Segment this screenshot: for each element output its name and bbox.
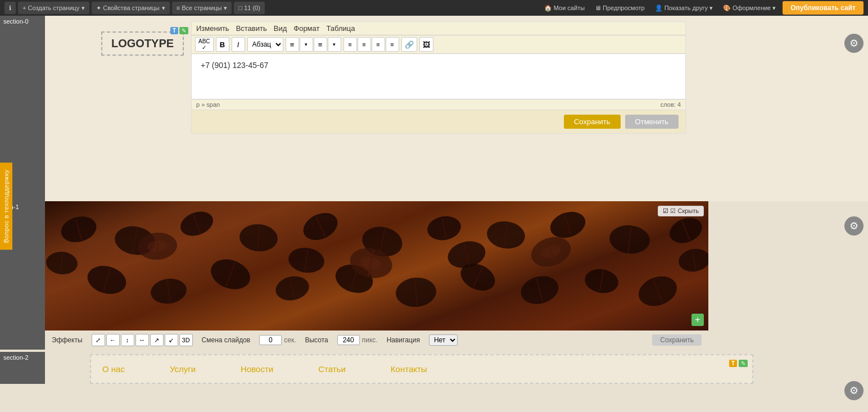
slider-controls: Эффекты ⤢ ← ↕ ↔ ↗ ↙ 3D Смена слайдов сек… — [45, 330, 708, 350]
pages-count-label: □ 11 (0) — [238, 4, 260, 11]
effects-label: Эффекты — [52, 336, 83, 344]
nav-link-articles[interactable]: Статьи — [318, 364, 346, 374]
editor-menu-insert[interactable]: Вставить — [236, 24, 267, 33]
unordered-list-chevron[interactable]: ▾ — [300, 37, 313, 52]
image-insert-button[interactable]: 🖼 — [419, 37, 433, 52]
design-button[interactable]: 🎨 Оформление ▾ — [720, 3, 779, 13]
pages-count-button[interactable]: □ 11 (0) — [234, 2, 264, 14]
logotype-edit-badge[interactable]: ✎ — [179, 27, 188, 34]
nav-link-contacts[interactable]: Контакты — [391, 364, 427, 374]
section2-gear-button[interactable]: ⚙ — [844, 381, 864, 400]
support-sidebar[interactable]: Вопрос в техподдержку — [0, 162, 12, 250]
bold-icon: B — [220, 40, 225, 49]
nav-link-services[interactable]: Услуги — [170, 364, 196, 374]
slide-change-unit: сек. — [284, 336, 296, 344]
editor-content[interactable]: +7 (901) 123-45-67 — [192, 54, 685, 99]
editor-toolbar: ABC✓ B I Абзац ≡ ▾ ≡ ▾ ≡ — [192, 35, 685, 54]
my-sites-button[interactable]: 🏠 Мои сайты — [541, 3, 588, 13]
bold-button[interactable]: B — [216, 37, 229, 52]
info-button[interactable]: ℹ — [4, 2, 16, 14]
ordered-list-chevron[interactable]: ▾ — [328, 37, 341, 52]
editor-menu-table[interactable]: Таблица — [326, 24, 355, 33]
align-left-button[interactable]: ≡ — [343, 37, 357, 52]
image-container: ☑ ☑ Скрыть + Эффекты ⤢ ← ↕ ↔ ↗ ↙ 3 — [45, 201, 708, 350]
navigation-select[interactable]: Нет — [429, 334, 458, 346]
right-nav-group: 🏠 Мои сайты 🖥 Предпросмотр 👤 Показать др… — [541, 1, 864, 15]
link-button[interactable]: 🔗 — [401, 37, 417, 52]
design-label: Оформление — [733, 4, 771, 11]
effect-btn-move[interactable]: ⤢ — [92, 334, 105, 346]
paragraph-select[interactable]: Абзац — [247, 37, 283, 52]
logotype-text: LOGOTYPE — [111, 37, 174, 49]
hide-label: ☑ Скрыть — [670, 207, 699, 215]
italic-button[interactable]: I — [232, 37, 245, 52]
section0-gear-button[interactable]: ⚙ — [844, 34, 864, 53]
spell-check-button[interactable]: ABC✓ — [195, 37, 214, 52]
align-center-button[interactable]: ≡ — [358, 37, 371, 52]
nav-link-news[interactable]: Новости — [241, 364, 273, 374]
publish-button[interactable]: Опубликовать сайт — [783, 1, 864, 15]
section2-edit-badge[interactable]: ✎ — [739, 360, 748, 367]
unordered-list-button[interactable]: ≡ — [286, 37, 299, 52]
show-other-button[interactable]: 👤 Показать другу ▾ — [652, 3, 716, 13]
section2-t-badge: T — [729, 360, 737, 367]
hide-button[interactable]: ☑ ☑ Скрыть — [658, 206, 704, 216]
align-buttons: ≡ ≡ ≡ ≡ — [343, 37, 399, 52]
logotype-block[interactable]: LOGOTYPE T ✎ — [101, 31, 184, 56]
navigation-label: Навигация — [387, 336, 420, 344]
create-page-button[interactable]: + Создать страницу ▾ — [18, 2, 89, 14]
home-icon: 🏠 — [544, 4, 552, 12]
editor-menu-view[interactable]: Вид — [274, 24, 287, 33]
create-page-chevron: ▾ — [82, 4, 85, 12]
spell-check-icon: ABC✓ — [198, 38, 210, 51]
logotype-t-badge: T — [170, 27, 178, 34]
editor-panel: Изменить Вставить Вид Формат Таблица ABC… — [191, 21, 686, 134]
publish-label: Опубликовать сайт — [790, 4, 856, 12]
editor-cancel-button[interactable]: Отменить — [625, 115, 679, 129]
page-props-button[interactable]: ✦ Свойства страницы ▾ — [92, 2, 170, 14]
effect-btn-diag2[interactable]: ↙ — [165, 334, 178, 346]
nav-link-about[interactable]: О нас — [102, 364, 125, 374]
italic-icon: I — [237, 40, 239, 49]
section1-content: ☑ ☑ Скрыть + Эффекты ⤢ ← ↕ ↔ ↗ ↙ 3 — [45, 201, 868, 350]
section2-content: О нас Услуги Новости Статьи Контакты T ✎ — [90, 354, 753, 384]
page-props-label: ✦ Свойства страницы — [96, 4, 160, 12]
slide-change-input[interactable] — [259, 335, 282, 345]
show-other-chevron: ▾ — [709, 4, 713, 12]
section2-row: section-2 О нас Услуги Новости Статьи Ко… — [0, 352, 868, 384]
effect-btn-left[interactable]: ← — [106, 334, 120, 346]
design-chevron: ▾ — [772, 4, 776, 12]
slide-change-label: Смена слайдов — [202, 336, 251, 344]
editor-save-button[interactable]: Сохранить — [564, 115, 621, 129]
height-input-group: пикс. — [337, 335, 378, 345]
editor-menu-format[interactable]: Формат — [293, 24, 319, 33]
link-icon: 🔗 — [405, 40, 414, 49]
section1-gear-button[interactable]: ⚙ — [844, 216, 864, 236]
slide-change-input-group: сек. — [259, 335, 296, 345]
effect-btn-horiz[interactable]: ↔ — [135, 334, 149, 346]
editor-path: p » span — [196, 101, 220, 108]
gear-icon-1: ⚙ — [849, 37, 858, 49]
effect-btn-3d[interactable]: 3D — [179, 334, 193, 346]
section2-label: section-2 — [0, 352, 45, 384]
checkbox-icon: ☑ — [663, 207, 668, 215]
height-input[interactable] — [337, 335, 360, 345]
person-icon: 👤 — [655, 4, 663, 12]
all-pages-chevron: ▾ — [224, 4, 227, 12]
effect-btn-vert[interactable]: ↕ — [121, 334, 134, 346]
add-slide-button[interactable]: + — [691, 314, 704, 326]
editor-statusbar: p » span слов: 4 — [192, 99, 685, 110]
all-pages-button[interactable]: ≡ Все страницы ▾ — [172, 2, 232, 14]
list-buttons: ≡ ▾ ≡ ▾ — [286, 37, 341, 52]
ordered-list-button[interactable]: ≡ — [314, 37, 327, 52]
effect-btn-diag1[interactable]: ↗ — [150, 334, 164, 346]
editor-menu-change[interactable]: Изменить — [196, 24, 229, 33]
editor-word-count: слов: 4 — [661, 101, 681, 108]
editor-menubar: Изменить Вставить Вид Формат Таблица — [192, 22, 685, 35]
align-right-button[interactable]: ≡ — [372, 37, 385, 52]
editor-text: +7 (901) 123-45-67 — [201, 61, 268, 70]
align-justify-button[interactable]: ≡ — [386, 37, 399, 52]
preview-button[interactable]: 🖥 Предпросмотр — [591, 3, 648, 12]
create-page-label: + Создать страницу — [22, 4, 79, 11]
coffee-beans-svg — [45, 201, 708, 330]
